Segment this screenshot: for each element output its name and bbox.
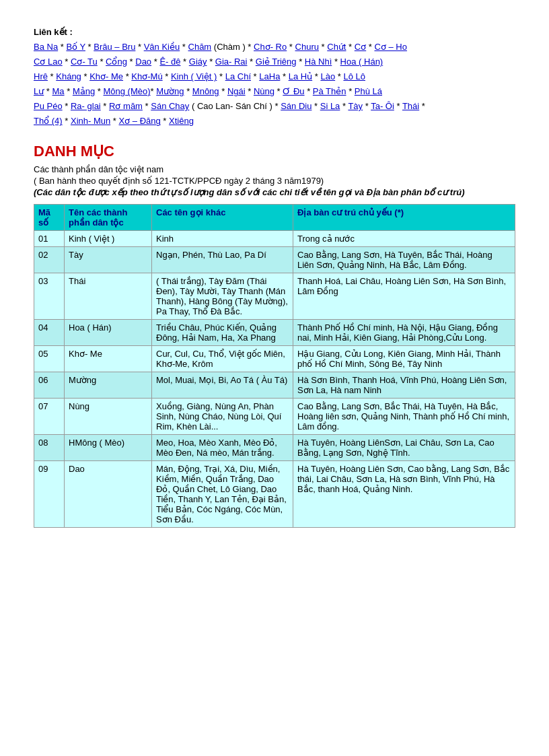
cell-ma-so: 04	[34, 319, 65, 345]
link-co-lao[interactable]: Cơ Lao	[34, 57, 63, 67]
cell-ten-goi: Triều Châu, Phúc Kiến, Quảng Đông, Hải N…	[152, 319, 293, 345]
link-dao[interactable]: Dao	[135, 57, 151, 67]
table-row: 05Khơ- MeCur, Cul, Cu, Thổ, Việt gốc Miê…	[34, 345, 515, 372]
cell-ten-goi: Ngạn, Phén, Thù Lao, Pa Dí	[152, 246, 293, 273]
link-giay[interactable]: Giáy	[189, 57, 207, 67]
cell-ten: Hoa ( Hán)	[65, 319, 152, 345]
danh-muc-subtitle2: ( Ban hành theo quyết định số 121-TCTK/P…	[34, 176, 515, 186]
link-khang[interactable]: Kháng	[56, 71, 81, 81]
link-mang[interactable]: Mảng	[73, 86, 95, 96]
table-row: 03Thái( Thái trắng), Tày Đăm (Thái Đen),…	[34, 273, 515, 319]
table-row: 08HMông ( Mèo)Meo, Hoa, Mèo Xanh, Mèo Đỏ…	[34, 434, 515, 460]
cell-ten-goi: Mán, Động, Trại, Xá, Dìu, Miền, Kiềm, Mi…	[152, 460, 293, 527]
header-ten-goi: Các tên gọi khác	[152, 204, 293, 230]
cell-dia-ban: Cao Bằng, Lang Sơn, Hà Tuyên, Bắc Thái, …	[293, 246, 515, 273]
link-co-ho[interactable]: Cơ – Ho	[374, 42, 406, 52]
cell-ten: Tày	[65, 246, 152, 273]
cell-ten: Khơ- Me	[65, 345, 152, 372]
link-brau-bru[interactable]: Brâu – Bru	[94, 42, 135, 52]
cell-ten: Dao	[65, 460, 152, 527]
link-ra-glai[interactable]: Ra- glai	[71, 101, 101, 111]
link-lo-lo[interactable]: Lô Lô	[343, 71, 365, 81]
link-hoa-han[interactable]: Hoa ( Hán)	[340, 57, 383, 67]
link-lao[interactable]: Lào	[320, 71, 335, 81]
link-cho-ro[interactable]: Chơ- Ro	[254, 42, 287, 52]
link-la-hu[interactable]: La Hủ	[289, 71, 312, 81]
table-row: 01Kinh ( Việt )KinhTrong cả nước	[34, 230, 515, 246]
link-ba-na[interactable]: Ba Na	[34, 42, 58, 52]
cell-dia-ban: Trong cả nước	[293, 230, 515, 246]
link-van-kieu[interactable]: Vân Kiều	[144, 42, 180, 52]
cell-ten: Mường	[65, 372, 152, 398]
link-laha[interactable]: LaHa	[259, 71, 280, 81]
danh-muc-subtitle1: Các thành phần dân tộc việt nam	[34, 164, 515, 174]
link-e-de[interactable]: Ê- đê	[159, 57, 180, 67]
link-pu-peo[interactable]: Pu Péo	[34, 101, 63, 111]
table-row: 09DaoMán, Động, Trại, Xá, Dìu, Miền, Kiề…	[34, 460, 515, 527]
link-co-tu[interactable]: Cơ- Tu	[71, 57, 98, 67]
link-cong[interactable]: Cổng	[106, 57, 127, 67]
lien-ket-line5: Pu Péo * Ra- glai * Rơ măm * Sán Chay ( …	[34, 101, 425, 111]
link-xtieng[interactable]: Xtiêng	[169, 116, 194, 126]
link-san-chay[interactable]: Sán Chay	[151, 101, 189, 111]
link-bo-y[interactable]: Bố Y	[66, 42, 85, 52]
link-mnong[interactable]: Mnông	[192, 86, 219, 96]
link-tho[interactable]: Thổ (4)	[34, 116, 63, 126]
cell-ma-so: 01	[34, 230, 65, 246]
cell-ten-goi: Cur, Cul, Cu, Thổ, Việt gốc Miên, Khơ-Me…	[152, 345, 293, 372]
link-kho-mu[interactable]: Khơ-Mú	[131, 71, 162, 81]
lien-ket-line1: Ba Na * Bố Y * Brâu – Bru * Vân Kiều * C…	[34, 42, 407, 52]
cell-ma-so: 02	[34, 246, 65, 273]
cell-ma-so: 07	[34, 398, 65, 434]
link-hre[interactable]: Hrê	[34, 71, 48, 81]
cell-ten: Thái	[65, 273, 152, 319]
link-mong[interactable]: Mông (Mèo)	[103, 86, 150, 96]
cell-ten-goi: Meo, Hoa, Mèo Xanh, Mèo Đỏ, Mèo Đen, Ná …	[152, 434, 293, 460]
link-pa-then[interactable]: Pà Thẻn	[313, 86, 346, 96]
link-la-chi[interactable]: La Chí	[225, 71, 251, 81]
link-kinh[interactable]: Kinh ( Việt )	[171, 71, 217, 81]
link-chut[interactable]: Chứt	[327, 42, 346, 52]
danh-muc-title: DANH MỤC	[34, 143, 515, 160]
link-churu[interactable]: Churu	[295, 42, 319, 52]
link-gia-rai[interactable]: Gia- Rai	[215, 57, 248, 67]
cell-dia-ban: Thanh Hoá, Lai Châu, Hoàng Liên Sơn, Hà …	[293, 273, 515, 319]
ethnic-table: Mã số Tên các thành phần dân tộc Các tên…	[34, 204, 515, 528]
link-xinh-mun[interactable]: Xinh- Mun	[71, 116, 110, 126]
link-gie-trieng[interactable]: Giẻ Triêng	[256, 57, 297, 67]
cell-ten: Nùng	[65, 398, 152, 434]
link-lu[interactable]: Lư	[34, 86, 44, 96]
link-o-du[interactable]: Ơ Đu	[283, 86, 304, 96]
danh-muc-subtitle3: (Các dân tộc được xếp theo thứ tự số lượ…	[34, 187, 515, 197]
link-ro-mam[interactable]: Rơ măm	[109, 101, 143, 111]
cell-ma-so: 08	[34, 434, 65, 460]
link-si-la[interactable]: Si La	[320, 101, 340, 111]
link-nung[interactable]: Nùng	[254, 86, 274, 96]
link-xo-dang[interactable]: Xơ – Đăng	[119, 116, 161, 126]
table-row: 07NùngXuồng, Giàng, Nùng An, Phàn Sinh, …	[34, 398, 515, 434]
cell-dia-ban: Hà Tuyên, Hoàng Liên Sơn, Cao bằng, Lang…	[293, 460, 515, 527]
cell-dia-ban: Hà Sơn Bình, Thanh Hoá, Vĩnh Phú, Hoàng …	[293, 372, 515, 398]
cell-dia-ban: Cao Bằng, Lang Sơn, Bắc Thái, Hà Tuyên, …	[293, 398, 515, 434]
cell-ma-so: 09	[34, 460, 65, 527]
link-ma[interactable]: Ma	[52, 86, 65, 96]
cell-ma-so: 03	[34, 273, 65, 319]
link-muong[interactable]: Mường	[156, 86, 184, 96]
link-san-diu[interactable]: Sán Diu	[281, 101, 312, 111]
table-row: 02TàyNgạn, Phén, Thù Lao, Pa DíCao Bằng,…	[34, 246, 515, 273]
link-tay[interactable]: Tày	[348, 101, 363, 111]
link-co[interactable]: Cơ	[355, 42, 366, 52]
header-dia-ban: Địa bàn cư trú chủ yếu (*)	[293, 204, 515, 230]
link-cham[interactable]: Chăm	[188, 42, 212, 52]
lien-ket-title: Liên kết :	[34, 27, 515, 37]
link-thai[interactable]: Thái	[402, 101, 419, 111]
link-phu-la[interactable]: Phù Lá	[355, 86, 382, 96]
link-ta-oi[interactable]: Ta- Ôi	[371, 101, 394, 111]
table-row: 06MườngMol, Muai, Mọi, Bi, Ao Tá ( Àu Tá…	[34, 372, 515, 398]
link-ha-nhi[interactable]: Hà Nhì	[305, 57, 332, 67]
link-ngai[interactable]: Ngái	[227, 86, 246, 96]
link-kho-me[interactable]: Khơ- Me	[89, 71, 123, 81]
cell-ten-goi: Kinh	[152, 230, 293, 246]
cell-ma-so: 05	[34, 345, 65, 372]
cell-ten: HMông ( Mèo)	[65, 434, 152, 460]
